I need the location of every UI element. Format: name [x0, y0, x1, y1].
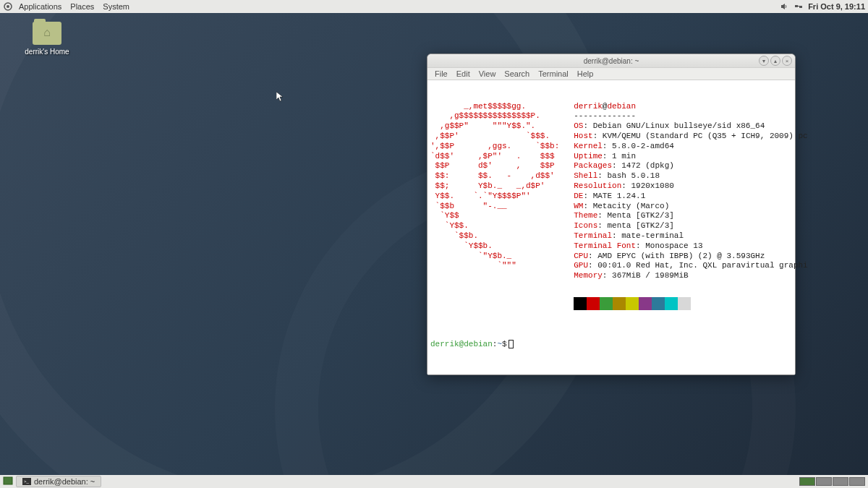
window-titlebar[interactable]: derrik@debian: ~ ▾ ▴ × [427, 54, 795, 67]
terminal-icon: >_ [22, 478, 31, 485]
svg-rect-4 [4, 477, 12, 484]
workspace-4[interactable] [849, 477, 865, 486]
close-button[interactable]: × [782, 56, 792, 66]
menu-search[interactable]: Search [500, 69, 534, 78]
menu-view[interactable]: View [475, 69, 501, 78]
svg-text:>_: >_ [24, 479, 30, 484]
neofetch-info: derrik@debian ------------- OS: Debian G… [574, 102, 807, 310]
show-desktop-button[interactable] [3, 476, 13, 487]
svg-rect-3 [799, 6, 802, 8]
menu-applications[interactable]: Applications [14, 2, 66, 11]
menu-help[interactable]: Help [573, 69, 598, 78]
mate-logo-icon[interactable] [3, 1, 13, 12]
workspace-3[interactable] [833, 477, 848, 486]
ascii-logo: _,met$$$$$gg. ,g$$$$$$$$$$$$$$$P. ,g$$P"… [430, 102, 559, 310]
terminal-output[interactable]: _,met$$$$$gg. ,g$$$$$$$$$$$$$$$P. ,g$$P"… [427, 80, 795, 374]
menu-edit[interactable]: Edit [452, 69, 475, 78]
menu-terminal[interactable]: Terminal [534, 69, 573, 78]
clock[interactable]: Fri Oct 9, 19:11 [808, 2, 865, 11]
terminal-menubar: File Edit View Search Terminal Help [427, 67, 795, 80]
volume-icon[interactable] [779, 1, 789, 12]
workspace-2[interactable] [816, 477, 832, 486]
bottom-panel: >_ derrik@debian: ~ [0, 475, 868, 488]
workspace-1[interactable] [799, 477, 815, 486]
maximize-button[interactable]: ▴ [770, 56, 780, 66]
shell-prompt: derrik@debian:~$ [430, 340, 792, 350]
window-title: derrik@debian: ~ [584, 57, 639, 65]
taskbar-label: derrik@debian: ~ [34, 477, 95, 486]
top-panel: Applications Places System Fri Oct 9, 19… [0, 0, 868, 13]
folder-icon [33, 22, 61, 45]
home-folder-label: derrik's Home [22, 48, 72, 56]
terminal-window: derrik@debian: ~ ▾ ▴ × File Edit View Se… [427, 53, 796, 375]
network-icon[interactable] [793, 1, 804, 12]
color-palette [574, 297, 807, 310]
workspace-switcher[interactable] [799, 477, 865, 486]
menu-file[interactable]: File [430, 69, 452, 78]
minimize-button[interactable]: ▾ [759, 56, 769, 66]
menu-system[interactable]: System [98, 2, 134, 11]
svg-point-1 [7, 5, 9, 8]
home-folder-icon[interactable]: derrik's Home [22, 22, 72, 56]
menu-places[interactable]: Places [66, 2, 98, 11]
svg-rect-2 [795, 5, 798, 7]
taskbar-item-terminal[interactable]: >_ derrik@debian: ~ [16, 476, 101, 487]
text-cursor-icon [509, 340, 514, 348]
